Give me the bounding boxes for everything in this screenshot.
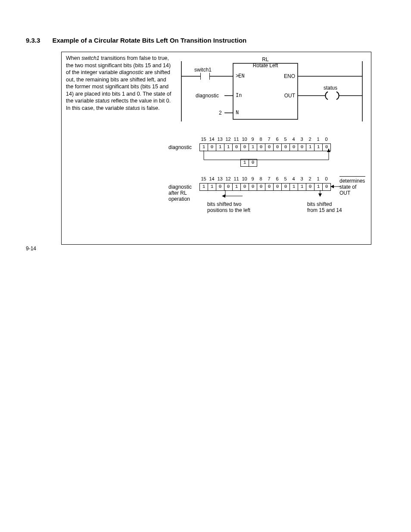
desc-text: is false. [140, 105, 160, 111]
bit-index: 13 [216, 176, 224, 181]
bit-index: 10 [240, 137, 249, 142]
after-label-3: operation [168, 196, 190, 202]
diagnostic-label: diagnostic [196, 93, 219, 99]
description-paragraph: When switch1 transitions from false to t… [66, 55, 173, 124]
bit-index: 6 [273, 137, 281, 142]
ann-left-1: bits shifted two [207, 201, 241, 207]
n-label: N [236, 110, 239, 116]
switch1-label: switch1 [194, 67, 212, 73]
bit-index: 3 [298, 176, 306, 181]
bit-index: 12 [224, 176, 232, 181]
bit-index: 2 [306, 176, 314, 181]
bit-index: 2 [306, 137, 314, 142]
ladder-diagram: RL Rotate Left >EN ENO In OUT N switch1 … [177, 55, 367, 124]
en-label: EN [238, 73, 244, 79]
after-label-2: after RL [168, 190, 187, 196]
bit-index: 0 [322, 176, 330, 181]
bit-index: 8 [257, 137, 265, 142]
ann-left-2: positions to the left [207, 207, 250, 213]
ann-right-2: from 15 and 14 [307, 207, 342, 213]
bit-index: 12 [224, 137, 232, 142]
bit-index: 10 [240, 176, 249, 181]
bit-index: 1 [314, 137, 322, 142]
ann-det-1: determines [339, 178, 365, 184]
ann-right-1: bits shifted [307, 201, 332, 207]
section-title: Example of a Circular Rotate Bits Left O… [52, 37, 246, 44]
after-label-1: diagnostic [168, 184, 192, 190]
in-label: In [236, 93, 242, 99]
desc-em: switch1 [81, 55, 100, 61]
svg-marker-13 [222, 194, 225, 198]
ann-det-3: OUT [339, 190, 350, 196]
bit-index: 9 [249, 176, 257, 181]
svg-marker-14 [318, 193, 322, 197]
bit-index: 11 [232, 137, 240, 142]
block-title-2: Rotate Left [233, 62, 298, 68]
desc-text: When [66, 55, 81, 61]
mid-bit: 0 [249, 159, 257, 167]
ann-det-2: state of [339, 184, 356, 190]
bit-index: 0 [322, 137, 330, 142]
bit-index: 8 [257, 176, 265, 181]
eno-label: ENO [284, 73, 295, 79]
desc-em: status [95, 98, 109, 104]
bit-index: 11 [232, 176, 240, 181]
bit-index: 5 [281, 176, 290, 181]
out-label: OUT [284, 93, 295, 99]
bit-index: 1 [314, 176, 322, 181]
bit-index: 4 [290, 137, 298, 142]
svg-marker-16 [330, 185, 334, 188]
bits-illustration: diagnostic diagnostic after RL operation… [66, 137, 367, 231]
section-number: 9.3.3 [26, 37, 40, 44]
figure-box: When switch1 transitions from false to t… [61, 52, 371, 245]
bit-index: 7 [265, 137, 273, 142]
bit-index: 3 [298, 137, 306, 142]
svg-marker-12 [327, 149, 330, 152]
two-label: 2 [219, 110, 222, 116]
bit-cell: 1 [290, 184, 298, 190]
bit-index: 6 [273, 176, 281, 181]
block-title-1: RL [233, 56, 298, 62]
desc-em: status [125, 105, 140, 111]
bit-index: 7 [265, 176, 273, 181]
bit-index: 4 [290, 176, 298, 181]
bit-index: 14 [208, 137, 216, 142]
section-heading: 9.3.3 Example of a Circular Rotate Bits … [26, 37, 385, 44]
bit-index: 5 [281, 137, 290, 142]
diag-label: diagnostic [168, 144, 192, 150]
bit-index: 15 [199, 137, 208, 142]
desc-em: diagnostic [119, 69, 143, 75]
bit-cell: 1 [298, 184, 306, 190]
bit-index: 13 [216, 137, 224, 142]
status-label: status [324, 85, 337, 91]
bit-index: 15 [199, 176, 208, 181]
bit-index: 14 [208, 176, 216, 181]
bit-index: 9 [249, 137, 257, 142]
page-number: 9-14 [26, 246, 36, 252]
